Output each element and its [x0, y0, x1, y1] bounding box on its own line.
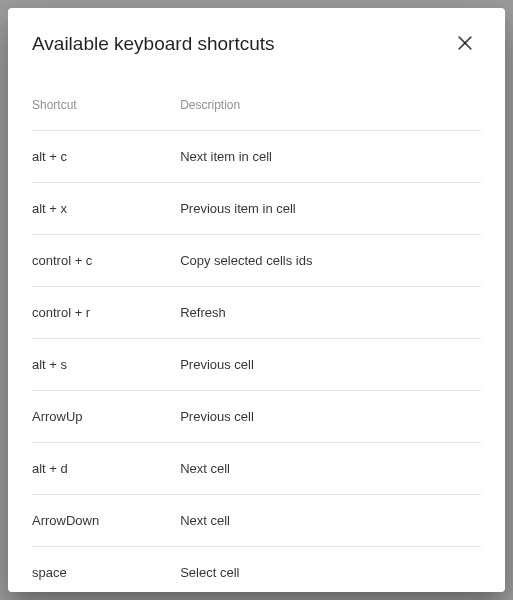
- description-cell: Select cell: [180, 547, 481, 593]
- shortcuts-dialog: Available keyboard shortcuts Shortcut De…: [8, 8, 505, 592]
- shortcut-cell: alt + x: [32, 183, 180, 235]
- table-header-row: Shortcut Description: [32, 80, 481, 131]
- shortcut-cell: alt + c: [32, 131, 180, 183]
- close-icon: [455, 33, 475, 56]
- description-cell: Copy selected cells ids: [180, 235, 481, 287]
- dialog-header: Available keyboard shortcuts: [8, 8, 505, 72]
- shortcut-cell: control + c: [32, 235, 180, 287]
- shortcut-cell: ArrowDown: [32, 495, 180, 547]
- shortcuts-table: Shortcut Description alt + cNext item in…: [32, 80, 481, 592]
- table-row: control + rRefresh: [32, 287, 481, 339]
- dialog-title: Available keyboard shortcuts: [32, 33, 275, 55]
- table-row: spaceSelect cell: [32, 547, 481, 593]
- table-row: ArrowDownNext cell: [32, 495, 481, 547]
- table-row: alt + cNext item in cell: [32, 131, 481, 183]
- description-cell: Previous item in cell: [180, 183, 481, 235]
- column-header-shortcut: Shortcut: [32, 80, 180, 131]
- shortcut-cell: ArrowUp: [32, 391, 180, 443]
- column-header-description: Description: [180, 80, 481, 131]
- table-row: alt + xPrevious item in cell: [32, 183, 481, 235]
- shortcut-cell: alt + d: [32, 443, 180, 495]
- description-cell: Next cell: [180, 443, 481, 495]
- table-row: ArrowUpPrevious cell: [32, 391, 481, 443]
- shortcut-cell: control + r: [32, 287, 180, 339]
- close-button[interactable]: [449, 28, 481, 60]
- table-row: alt + dNext cell: [32, 443, 481, 495]
- description-cell: Previous cell: [180, 391, 481, 443]
- table-row: control + cCopy selected cells ids: [32, 235, 481, 287]
- description-cell: Next item in cell: [180, 131, 481, 183]
- shortcuts-table-wrapper: Shortcut Description alt + cNext item in…: [8, 72, 505, 592]
- shortcut-cell: space: [32, 547, 180, 593]
- description-cell: Refresh: [180, 287, 481, 339]
- description-cell: Previous cell: [180, 339, 481, 391]
- table-row: alt + sPrevious cell: [32, 339, 481, 391]
- shortcut-cell: alt + s: [32, 339, 180, 391]
- description-cell: Next cell: [180, 495, 481, 547]
